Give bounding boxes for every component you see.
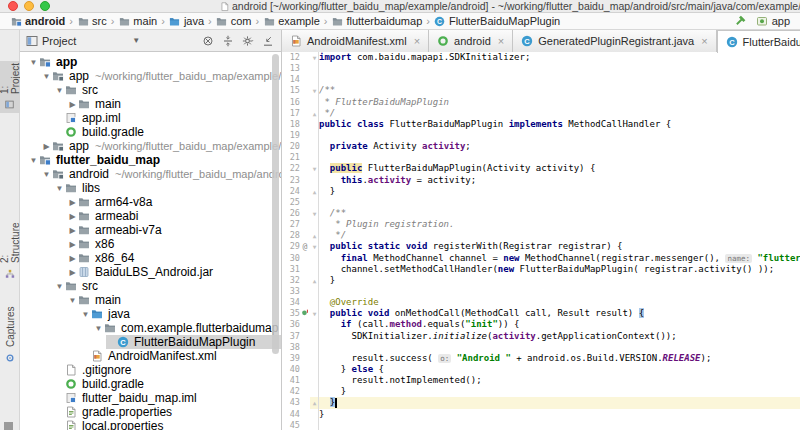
breadcrumb-item-android[interactable]: android [10, 15, 65, 27]
tree-row-app.iml[interactable]: app.iml [20, 111, 282, 125]
run-configuration-selector[interactable]: app [756, 15, 790, 27]
code-line-32[interactable]: 32▲ } [282, 275, 800, 286]
breadcrumb-item-flutterbaidumap[interactable]: flutterbaidumap [331, 15, 422, 27]
chevron-expanded-icon[interactable]: ▼ [67, 296, 78, 305]
breadcrumb-item-java[interactable]: java [169, 15, 204, 27]
chevron-expanded-icon[interactable]: ▼ [28, 156, 39, 165]
code-line-45[interactable]: 45 [282, 420, 800, 430]
chevron-expanded-icon[interactable]: ▼ [54, 282, 65, 291]
tree-row-flutter_baidu_map.iml[interactable]: flutter_baidu_map.iml [20, 391, 282, 405]
breadcrumb-item-FlutterBaiduMapPlugin[interactable]: CFlutterBaiduMapPlugin [434, 15, 560, 27]
close-tab-icon[interactable]: × [414, 36, 420, 47]
tree-row-androidmanifest.xml[interactable]: AndroidManifest.xml [20, 349, 282, 363]
chevron-collapsed-icon[interactable]: ▶ [67, 268, 78, 277]
tree-row-android[interactable]: ▼android~/working/flutter_baidu_map/andr… [20, 167, 282, 181]
code-line-34[interactable]: 34 @Override [282, 297, 800, 308]
code-line-28[interactable]: 28▲ */ [282, 230, 800, 241]
close-tab-icon[interactable]: × [701, 36, 707, 47]
tree-row-.gitignore[interactable]: .gitignore [20, 363, 282, 377]
code-line-36[interactable]: 36 if (call.method.equals("init")) { [282, 319, 800, 330]
tree-row-flutter_baidu_map[interactable]: ▼flutter_baidu_map [20, 153, 282, 167]
tree-row-local.properties[interactable]: local.properties [20, 419, 282, 430]
code-line-20[interactable]: 20 private Activity activity; [282, 141, 800, 152]
code-line-44[interactable]: 44} [282, 409, 800, 420]
stripe-button--project[interactable]: 1: Project [0, 61, 20, 113]
tree-row-main[interactable]: ▶main [20, 97, 282, 111]
chevron-collapsed-icon[interactable]: ▶ [67, 198, 78, 207]
code-line-39[interactable]: 39 result.success( o: "Android " + andro… [282, 353, 800, 364]
gear-icon[interactable] [240, 33, 256, 49]
tree-row-x86_64[interactable]: ▶x86_64 [20, 251, 282, 265]
editor-tab-generatedpluginregistrant-java[interactable]: CGeneratedPluginRegistrant.java× [513, 30, 716, 52]
tree-row-src[interactable]: ▼src [20, 279, 282, 293]
editor-tab-android[interactable]: android× [429, 30, 513, 52]
hide-panel-icon[interactable] [260, 33, 276, 49]
tree-row-app[interactable]: ▼app~/working/flutter_baidu_map/example/… [20, 69, 282, 83]
breadcrumb-item-src[interactable]: src [77, 15, 107, 27]
breadcrumb-item-example[interactable]: example [263, 15, 320, 27]
chevron-expanded-icon[interactable]: ▼ [54, 86, 65, 95]
chevron-expanded-icon[interactable]: ▼ [28, 58, 39, 67]
code-line-37[interactable]: 37 SDKInitializer.initialize(activity.ge… [282, 331, 800, 342]
chevron-expanded-icon[interactable]: ▼ [54, 184, 65, 193]
code-line-14[interactable]: 14 [282, 74, 800, 85]
code-line-18[interactable]: 18public class FlutterBaiduMapPlugin imp… [282, 119, 800, 130]
chevron-collapsed-icon[interactable]: ▶ [67, 212, 78, 221]
overriding-method-icon[interactable] [300, 308, 310, 319]
code-line-42[interactable]: 42 } [282, 386, 800, 397]
tree-row-arm64-v8a[interactable]: ▶arm64-v8a [20, 195, 282, 209]
chevron-collapsed-icon[interactable]: ▶ [41, 142, 52, 151]
code-line-26[interactable]: 26▼ /** [282, 208, 800, 219]
tree-row-baidulbs_android.jar[interactable]: ▶BaiduLBS_Android.jar [20, 265, 282, 279]
code-line-30[interactable]: 30 final MethodChannel channel = new Met… [282, 253, 800, 264]
close-window-button[interactable] [8, 1, 18, 11]
chevron-expanded-icon[interactable]: ▼ [80, 310, 91, 319]
code-line-19[interactable]: 19 [282, 130, 800, 141]
code-line-33[interactable]: 33 [282, 286, 800, 297]
chevron-expanded-icon[interactable]: ▼ [41, 72, 52, 81]
breadcrumb-item-com[interactable]: com [216, 15, 252, 27]
chevron-collapsed-icon[interactable]: ▶ [67, 226, 78, 235]
stripe-button-captures[interactable]: Captures [0, 308, 20, 366]
stripe-button--structure[interactable]: 2: Structure [0, 220, 20, 282]
annotation-gutter-icon[interactable]: @ [300, 241, 310, 252]
breadcrumb-item-main[interactable]: main [118, 15, 157, 27]
project-tree[interactable]: ▼app▼app~/working/flutter_baidu_map/exam… [20, 52, 282, 430]
code-line-16[interactable]: 16 * FlutterBaiduMapPlugin [282, 97, 800, 108]
stripe-bottom-icon[interactable] [4, 422, 13, 430]
scroll-from-source-icon[interactable] [200, 33, 216, 49]
tree-row-src[interactable]: ▼src [20, 83, 282, 97]
code-line-38[interactable]: 38 [282, 342, 800, 353]
code-line-27[interactable]: 27 * Plugin registration. [282, 219, 800, 230]
tree-row-build.gradle[interactable]: build.gradle [20, 125, 282, 139]
editor-tab-flutterbaidumapplugin-java[interactable]: CFlutterBaiduMapPlugin.java× [717, 30, 800, 53]
tree-row-app[interactable]: ▶app~/working/flutter_baidu_map/example/… [20, 139, 282, 153]
close-tab-icon[interactable]: × [498, 36, 504, 47]
chevron-down-icon[interactable]: ▼ [132, 36, 140, 45]
collapse-all-icon[interactable] [220, 33, 236, 49]
code-line-17[interactable]: 17▲ */ [282, 108, 800, 119]
tree-row-libs[interactable]: ▼libs [20, 181, 282, 195]
code-line-22[interactable]: 22▼ public FlutterBaiduMapPlugin(Activit… [282, 163, 800, 174]
chevron-expanded-icon[interactable]: ▼ [41, 170, 52, 179]
code-editor[interactable]: 12▼import com.baidu.mapapi.SDKInitialize… [282, 52, 800, 430]
tree-row-com.example.flutterbaidumap[interactable]: ▼com.example.flutterbaidumap [20, 321, 282, 335]
tree-row-main[interactable]: ▼main [20, 293, 282, 307]
code-line-41[interactable]: 41 result.notImplemented(); [282, 375, 800, 386]
tree-row-build.gradle[interactable]: build.gradle [20, 377, 282, 391]
tree-row-armeabi-v7a[interactable]: ▶armeabi-v7a [20, 223, 282, 237]
tree-row-armeabi[interactable]: ▶armeabi [20, 209, 282, 223]
tree-row-app[interactable]: ▼app [20, 55, 282, 69]
tree-row-flutterbaidumapplugin[interactable]: CFlutterBaiduMapPlugin [20, 335, 282, 349]
build-hammer-icon[interactable] [734, 15, 746, 27]
code-line-12[interactable]: 12▼import com.baidu.mapapi.SDKInitialize… [282, 52, 800, 63]
chevron-collapsed-icon[interactable]: ▶ [67, 100, 78, 109]
tree-scrollbar[interactable] [272, 54, 279, 354]
code-line-25[interactable]: 25 [282, 197, 800, 208]
tree-row-java[interactable]: ▼java [20, 307, 282, 321]
code-line-13[interactable]: 13 [282, 63, 800, 74]
code-line-43[interactable]: 43▲ } [282, 397, 800, 408]
maximize-window-button[interactable] [40, 1, 50, 11]
chevron-collapsed-icon[interactable]: ▶ [67, 254, 78, 263]
code-line-21[interactable]: 21 [282, 152, 800, 163]
